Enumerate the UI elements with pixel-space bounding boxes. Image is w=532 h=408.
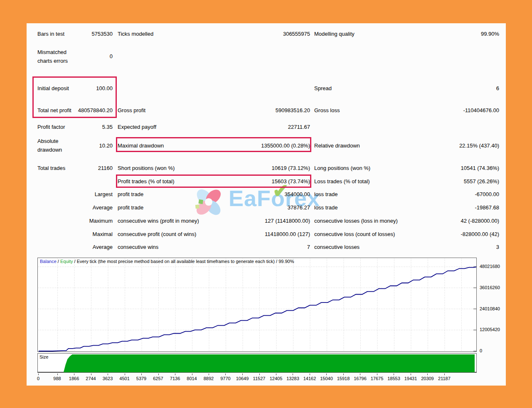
x-axis-tick <box>57 374 58 375</box>
stat-value: 100.00 <box>76 85 113 91</box>
stat-label: Spread <box>314 85 332 91</box>
balance-line-plot <box>38 258 476 351</box>
table-row: Total net profit480578840.20Gross profit… <box>37 101 499 119</box>
legend-separator: / <box>57 259 60 264</box>
x-axis-tick <box>175 374 175 375</box>
stat-label: Gross profit <box>118 107 145 113</box>
stat-value: 10541 (74.36%) <box>457 165 499 171</box>
x-axis-tick <box>192 374 192 375</box>
y-axis-label: 12005420 <box>480 327 500 332</box>
stat-label: Loss trades (% of total) <box>314 178 370 184</box>
table-row: Mismatched charts errors0 <box>37 43 499 69</box>
table-row: Profit factor5.35Expected payoff22711.67 <box>37 123 499 130</box>
stat-label: Total trades <box>37 164 76 172</box>
stat-label: Initial deposit <box>37 84 76 93</box>
stat-label: Total net profit <box>37 106 76 115</box>
stat-label: profit trade <box>118 191 143 197</box>
y-axis-label: 36016260 <box>480 285 500 290</box>
x-axis-tick <box>209 374 209 375</box>
x-axis-tick <box>411 374 411 375</box>
table-row: Total trades21160Short positions (won %)… <box>37 165 499 171</box>
stat-label: loss trade <box>314 204 337 211</box>
stat-value: 354000.00 <box>281 191 310 197</box>
stat-label: Short positions (won %) <box>118 165 175 171</box>
stat-value: -110404676.00 <box>460 107 499 113</box>
x-axis-tick <box>158 374 159 375</box>
stat-label: Gross loss <box>314 107 340 113</box>
x-axis-tick <box>427 374 428 375</box>
size-chart-label: Size <box>39 354 48 359</box>
stat-value: 11418000.00 (127) <box>261 231 310 237</box>
stat-value: 5.35 <box>76 124 113 130</box>
legend-equity: Equity <box>60 259 73 264</box>
stat-label: consecutive losses (loss in money) <box>314 218 398 224</box>
table-row: Initial deposit100.00Spread6 <box>37 79 499 97</box>
table-row: Largestprofit trade354000.00loss trade-6… <box>37 191 499 197</box>
stat-label: Relative drawdown <box>314 143 360 149</box>
stat-value: 590983516.20 <box>272 107 310 113</box>
stat-value: 1355000.00 (0.28%) <box>258 143 310 149</box>
stat-value: 480578840.20 <box>76 107 113 113</box>
stat-value: 6 <box>493 85 499 91</box>
stat-label: Expected payoff <box>118 124 156 130</box>
stat-label: loss trade <box>314 191 337 197</box>
stat-value: 3 <box>493 244 499 250</box>
stat-value: 5557 (26.26%) <box>461 178 499 184</box>
stat-value: 10619 (73.12%) <box>268 165 310 171</box>
stat-value: 15603 (73.74%) <box>268 178 310 184</box>
stat-value: -828000.00 (42) <box>457 231 499 237</box>
table-row: Maximumconsecutive wins (profit in money… <box>37 217 499 224</box>
x-axis-label: 0 <box>28 376 48 381</box>
stat-value: Maximal <box>76 231 113 237</box>
legend-balance: Balance <box>40 259 57 264</box>
stat-value: Average <box>76 244 113 250</box>
stat-value: -19867.68 <box>471 204 499 211</box>
stat-value: 37876.27 <box>284 204 310 211</box>
x-axis-tick <box>225 374 226 375</box>
table-row: Profit trades (% of total)15603 (73.74%)… <box>37 178 499 184</box>
stat-label: Long positions (won %) <box>314 165 370 171</box>
stat-value: 10.20 <box>76 143 113 149</box>
stat-label: consecutive wins (profit in money) <box>118 218 199 224</box>
stat-value: 99.90% <box>478 31 499 37</box>
x-axis-tick <box>74 374 74 375</box>
x-axis-tick <box>326 374 327 375</box>
balance-line <box>39 267 476 351</box>
x-axis-tick <box>377 374 377 375</box>
stat-value: 0 <box>76 53 113 59</box>
y-axis-label: 24010840 <box>480 306 500 311</box>
stat-value: 7 <box>304 244 310 250</box>
x-axis-tick <box>360 374 360 375</box>
x-axis-tick <box>259 374 260 375</box>
size-chart: Size <box>37 353 477 373</box>
stat-value: Maximum <box>76 218 113 224</box>
balance-chart: Balance / Equity / Every tick (the most … <box>37 258 477 352</box>
size-bars <box>64 354 476 372</box>
x-axis-tick <box>343 374 344 375</box>
stat-label: Maximal drawdown <box>118 143 164 149</box>
stat-label: Bars in test <box>37 29 76 38</box>
stat-label: consecutive wins <box>118 244 158 250</box>
x-axis-tick <box>242 374 243 375</box>
stat-label: Profit factor <box>37 123 76 131</box>
table-row: Averageconsecutive wins7consecutive loss… <box>37 243 499 250</box>
stat-label: consecutive losses <box>314 244 360 250</box>
x-axis-label: 21187 <box>434 376 454 381</box>
stat-value: Largest <box>76 191 113 197</box>
strategy-tester-report: { "frame": {"background": "#F7963E", "pa… <box>0 0 532 408</box>
x-axis-tick <box>38 374 39 375</box>
eaforex-watermark: EaForex ✔ <box>192 184 387 220</box>
stat-label: Ticks modelled <box>118 31 153 37</box>
table-row: Absolute drawdown10.20Maximal drawdown13… <box>37 137 499 154</box>
size-bars-plot <box>38 354 476 372</box>
stat-value: 22.15% (437.40) <box>456 143 499 149</box>
y-axis-label: 0 <box>480 348 482 353</box>
stat-label: Mismatched charts errors <box>37 48 76 65</box>
x-axis-tick <box>394 374 394 375</box>
x-axis-tick <box>293 374 293 375</box>
stat-value: -67000.00 <box>471 191 499 197</box>
stat-value: 42 (-828000.00) <box>457 218 499 224</box>
x-axis-tick <box>310 374 310 375</box>
table-row: Averageprofit trade37876.27loss trade-19… <box>37 204 499 211</box>
stat-value: 127 (11418000.00) <box>261 218 310 224</box>
